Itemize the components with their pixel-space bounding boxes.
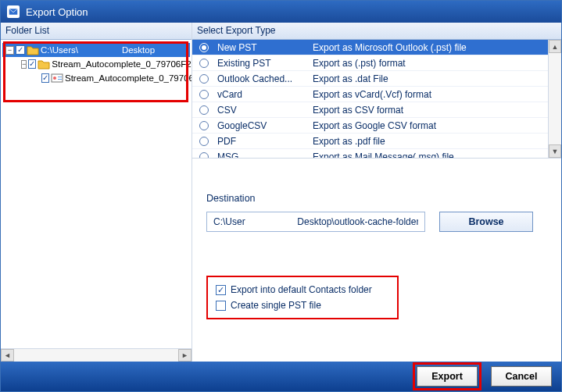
collapse-icon[interactable]: − [5, 46, 14, 55]
scroll-track[interactable] [549, 53, 561, 144]
export-type-desc: Export as Google CSV format [310, 120, 561, 131]
checkbox[interactable] [16, 45, 25, 55]
scroll-up-arrow[interactable]: ▲ [549, 40, 561, 53]
export-option-dialog: Export Option Folder List − C:\Users\ De… [0, 0, 562, 392]
svg-point-2 [53, 77, 56, 80]
export-type-row[interactable]: New PSTExport as Microsoft Outlook (.pst… [192, 40, 561, 55]
radio-button[interactable] [192, 121, 216, 130]
export-type-name: PDF [216, 136, 310, 147]
option-label: Export into default Contacts folder [231, 284, 372, 295]
cancel-button[interactable]: Cancel [491, 366, 552, 387]
tree-root-label: C:\Users\ [41, 45, 78, 55]
options-box: Export into default Contacts folder Crea… [206, 276, 399, 319]
destination-input[interactable] [206, 212, 425, 232]
export-type-row[interactable]: Existing PSTExport as (.pst) format [192, 55, 561, 71]
folder-list-panel: Folder List − C:\Users\ Desktop − [1, 23, 192, 362]
export-type-row[interactable]: GoogleCSVExport as Google CSV format [192, 118, 561, 134]
export-type-desc: Export as Microsoft Outlook (.pst) file [310, 42, 561, 53]
option-label: Create single PST file [231, 300, 321, 311]
scroll-down-arrow[interactable]: ▼ [549, 144, 561, 158]
export-type-header: Select Export Type [192, 23, 561, 40]
tree-item[interactable]: Stream_Autocomplete_0_79706 [2, 71, 190, 85]
checkbox[interactable] [41, 73, 49, 83]
export-type-desc: Export as .pdf file [310, 136, 561, 147]
radio-button[interactable] [192, 105, 216, 115]
lower-panel: Destination Browse Export into default C… [192, 159, 561, 362]
collapse-icon[interactable]: − [21, 60, 27, 69]
footer-bar: Export Cancel [1, 362, 561, 391]
tree-root[interactable]: − C:\Users\ Desktop [2, 43, 190, 57]
export-type-name: GoogleCSV [216, 120, 310, 131]
radio-button[interactable] [192, 90, 216, 99]
export-highlight: Export [413, 362, 481, 390]
contacts-icon [51, 73, 63, 84]
scroll-track[interactable] [14, 349, 178, 362]
export-type-row[interactable]: MSGExport as Mail Message(.msg) file [192, 149, 561, 158]
export-type-row[interactable]: vCardExport as vCard(.Vcf) format [192, 87, 561, 102]
export-type-desc: Export as .dat File [310, 73, 561, 84]
export-type-name: MSG [216, 151, 310, 159]
vertical-scrollbar[interactable]: ▲ ▼ [548, 40, 561, 158]
export-type-desc: Export as (.pst) format [310, 58, 561, 69]
radio-button[interactable] [192, 137, 216, 146]
radio-button[interactable] [192, 74, 216, 84]
export-type-row[interactable]: PDFExport as .pdf file [192, 134, 561, 149]
export-type-name: Outlook Cached... [216, 73, 310, 84]
tree-item[interactable]: − Stream_Autocomplete_0_79706F26 [2, 57, 190, 71]
folder-icon [38, 59, 50, 69]
export-type-desc: Export as Mail Message(.msg) file [310, 151, 561, 159]
export-button[interactable]: Export [417, 366, 478, 387]
radio-button[interactable] [192, 43, 216, 52]
export-type-name: CSV [216, 105, 310, 116]
horizontal-scrollbar[interactable]: ◄ ► [1, 348, 192, 362]
tree-item-label: Stream_Autocomplete_0_79706F26 [52, 59, 192, 69]
checkbox[interactable] [216, 301, 226, 311]
option-export-default-contacts[interactable]: Export into default Contacts folder [216, 282, 389, 298]
destination-label: Destination [206, 193, 549, 204]
export-type-name: New PST [216, 42, 310, 53]
export-type-panel: Select Export Type New PSTExport as Micr… [192, 23, 561, 362]
svg-rect-3 [58, 77, 62, 77]
export-type-row[interactable]: CSVExport as CSV format [192, 102, 561, 118]
title-bar: Export Option [1, 1, 561, 23]
export-type-desc: Export as vCard(.Vcf) format [310, 89, 561, 100]
app-icon [7, 5, 20, 18]
scroll-right-arrow[interactable]: ► [178, 349, 192, 362]
tree-item-label: Stream_Autocomplete_0_79706 [65, 73, 192, 83]
option-create-single-pst[interactable]: Create single PST file [216, 298, 389, 313]
folder-icon [27, 45, 39, 55]
export-type-name: vCard [216, 89, 310, 100]
export-type-desc: Export as CSV format [310, 105, 561, 116]
radio-button[interactable] [192, 152, 216, 159]
folder-tree[interactable]: − C:\Users\ Desktop − Stream_Autocomplet… [1, 40, 192, 348]
export-type-list[interactable]: New PSTExport as Microsoft Outlook (.pst… [192, 40, 561, 159]
content-area: Folder List − C:\Users\ Desktop − [1, 23, 561, 362]
svg-rect-4 [58, 79, 62, 80]
checkbox[interactable] [28, 59, 36, 69]
checkbox[interactable] [216, 285, 226, 295]
window-title: Export Option [26, 6, 88, 18]
tree-root-suffix: Desktop [122, 45, 155, 55]
folder-list-header: Folder List [1, 23, 192, 40]
radio-button[interactable] [192, 59, 216, 68]
export-type-name: Existing PST [216, 58, 310, 69]
scroll-left-arrow[interactable]: ◄ [1, 349, 14, 362]
browse-button[interactable]: Browse [439, 212, 533, 232]
export-type-row[interactable]: Outlook Cached...Export as .dat File [192, 71, 561, 87]
